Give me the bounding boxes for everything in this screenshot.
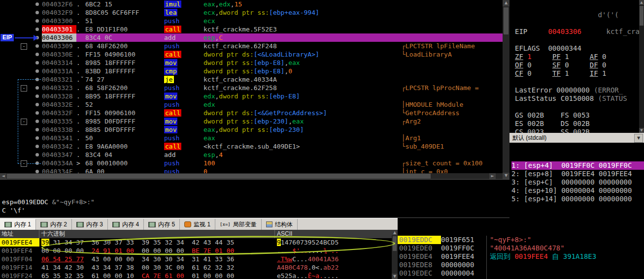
collapse-box[interactable]: - <box>21 119 27 125</box>
stack-row[interactable]: 0019EDEC00000004 <box>398 269 644 278</box>
tab-memory[interactable]: 内存 5 <box>144 219 180 230</box>
scroll-down-icon[interactable]: ▼ <box>392 274 398 279</box>
gutter-cell[interactable] <box>0 0 42 8</box>
tab-memory[interactable]: 内存 2 <box>36 219 72 230</box>
dump-row[interactable]: 0019FF0406 54 25 77 43 00 00 00 34 30 30… <box>0 255 392 263</box>
disasm-row[interactable]: 00403314.8985 18FFFFFFmovdword ptr ss:[e… <box>0 59 503 67</box>
scroll-thumb[interactable] <box>7 174 431 179</box>
disasm-row[interactable]: 00403347.83C4 04addesp,4 <box>0 151 503 159</box>
chevron-down-icon[interactable]: ▼ <box>634 134 643 143</box>
dump-row[interactable]: 0019FEE439 31 34 37 36 30 37 33 39 35 32… <box>0 238 392 247</box>
arguments-panel[interactable]: 1: [esp+4] 0019FF0C 0019FF0C2: [esp+8] 0… <box>509 143 644 218</box>
disasm-vertical-scrollbar[interactable]: ▲ ▼ <box>503 0 509 179</box>
arg-row[interactable]: 3: [esp+C] 00000000 00000000 <box>511 178 644 186</box>
breakpoint-dot[interactable] <box>35 44 39 48</box>
disasm-row[interactable]: 00403328.8B95 18FFFFFFmovedx,dword ptr s… <box>0 92 503 100</box>
collapse-box[interactable]: - <box>21 43 27 50</box>
disasm-row[interactable]: 00403335.8985 D0FDFFFFmovdword ptr ss:[e… <box>0 117 503 125</box>
breakpoint-dot[interactable] <box>35 170 39 173</box>
stack-row[interactable]: 0019EDDC0019F651"~qyF+8>:" <box>398 236 644 244</box>
disasm-horizontal-scrollbar[interactable]: ◄ ► <box>0 173 503 179</box>
dump-scrollbar[interactable]: ▲ ▼ <box>392 230 398 279</box>
dump-row[interactable]: 0019FF1441 34 42 30 43 34 37 38 00 30 3C… <box>0 263 392 272</box>
gutter-cell[interactable] <box>0 67 42 75</box>
breakpoint-dot[interactable] <box>35 2 39 6</box>
disasm-row[interactable]: 00403323.68 58F26200pushkctf_crackme.62F… <box>0 84 503 92</box>
disasm-row[interactable]: 00403309.68 48F26200pushkctf_crackme.62F… <box>0 42 503 50</box>
breakpoint-dot[interactable] <box>35 19 39 23</box>
scroll-thumb[interactable] <box>393 236 397 251</box>
dump-row[interactable]: 0019FF2465 35 32 35 61 00 00 10 CA 7E 61… <box>0 272 392 279</box>
disasm-row[interactable]: 0040333B.8B85 D0FDFFFFmoveax,dword ptr s… <box>0 125 503 134</box>
memory-dump-panel[interactable]: 地址 十六进制 ASCII 0019FEE439 31 34 37 36 30 … <box>0 230 392 279</box>
calling-convention-select[interactable]: 默认 (stdcall) ▼ <box>509 133 644 143</box>
stack-row[interactable]: 0019EDE00019FF0C"40041A36A4B0C478" <box>398 244 644 252</box>
scroll-right-icon[interactable]: ► <box>489 173 496 179</box>
breakpoint-dot[interactable] <box>35 53 39 56</box>
stack-row[interactable]: 0019EDE40019FEE4返回到 0019FEE4 自 391A18E3 <box>398 252 644 261</box>
stack-panel[interactable]: 0019EDDC0019F651"~qyF+8>:"0019EDE00019FF… <box>398 218 644 279</box>
arg-row[interactable]: 4: [esp+10] 00000004 00000000 <box>511 186 644 195</box>
registers-scrollbar[interactable]: ▲ ▼ <box>639 0 644 133</box>
disasm-row[interactable]: 0040332E.52pushedx│HMODULE hModule <box>0 100 503 109</box>
register-row[interactable]: CS 0023 SS 002B <box>515 128 644 133</box>
disasm-row[interactable]: 00403341.50pusheax│Arg1 <box>0 134 503 142</box>
scroll-up-icon[interactable]: ▲ <box>503 0 509 6</box>
gutter-cell[interactable] <box>0 167 42 173</box>
register-row[interactable]: OF 0 SF 0 DF 0 <box>515 61 644 69</box>
disasm-row[interactable]: 0040332F.FF15 00906100calldword ptr ds:[… <box>0 109 503 117</box>
arg-row[interactable]: 1: [esp+4] 0019FF0C 0019FF0C <box>511 161 644 170</box>
scroll-up-icon[interactable]: ▲ <box>639 0 644 5</box>
disassembly-panel[interactable]: 004032F6.6BC2 15imuleax,edx,15004032F9.8… <box>0 0 503 173</box>
tab-memory[interactable]: 内存 3 <box>72 219 108 230</box>
register-row[interactable] <box>515 36 644 44</box>
register-row[interactable]: GS 002B FS 0053 <box>515 111 644 120</box>
register-row[interactable] <box>515 78 644 86</box>
stack-row[interactable]: 0019EDE800000000 <box>398 261 644 269</box>
scroll-down-icon[interactable]: ▼ <box>639 128 644 133</box>
gutter-cell[interactable] <box>0 17 42 25</box>
register-row[interactable]: EIP 00403306 kctf_cra <box>515 28 644 36</box>
disasm-row[interactable]: 00403321.ˇ74 27jekctf_crackme.40334A <box>0 75 503 84</box>
breakpoint-dot[interactable] <box>35 61 39 64</box>
disasm-row[interactable]: 00403300.51pushecx <box>0 17 503 25</box>
collapse-box[interactable]: - <box>21 85 27 92</box>
gutter-cell[interactable] <box>0 50 42 59</box>
registers-panel[interactable]: d'('(EIP 00403306 kctf_craEFLAGS 0000034… <box>509 0 644 133</box>
arg-row[interactable]: 5: [esp+14] 00000000 00000000 <box>511 195 644 203</box>
breakpoint-dot[interactable] <box>35 28 39 31</box>
tab-memory[interactable]: 内存 4 <box>108 219 144 230</box>
breakpoint-dot[interactable] <box>35 11 39 14</box>
disasm-row[interactable]: 004032F6.6BC2 15imuleax,edx,15 <box>0 0 503 8</box>
scroll-left-icon[interactable]: ◄ <box>0 173 6 179</box>
scroll-down-icon[interactable]: ▼ <box>503 173 509 179</box>
gutter-cell[interactable] <box>0 25 42 33</box>
tab-watch[interactable]: 监视 1 <box>180 219 215 230</box>
register-row[interactable]: ES 002B DS 002B <box>515 120 644 128</box>
breakpoint-dot[interactable] <box>35 69 39 73</box>
disasm-row[interactable]: 004032F9.8D8C05 6CF6FFFleaecx,dword ptr … <box>0 8 503 17</box>
register-row[interactable]: EFLAGS 00000344 <box>515 44 644 53</box>
register-row[interactable]: LastStatus C0150008 (STATUS <box>515 94 644 103</box>
register-row[interactable]: ZF 1 PF 1 AF 0 <box>515 53 644 61</box>
tab-memory[interactable]: 内存 1 <box>0 219 36 230</box>
scroll-thumb[interactable] <box>504 7 508 34</box>
dump-row[interactable]: 0019FEF400 00 00 00 24 91 01 00 00 00 00… <box>0 247 392 255</box>
collapse-box[interactable]: - <box>21 160 27 167</box>
disasm-row[interactable]: 0040334F.6A 00push0│int c = 0x0 <box>0 167 503 173</box>
disasm-row[interactable]: 0040330E.FF15 04906100calldword ptr ds:[… <box>0 50 503 59</box>
register-row[interactable]: d'('( <box>515 11 644 19</box>
register-row[interactable]: CF 0 TF 1 IF 1 <box>515 69 644 78</box>
disasm-row[interactable]: 00403301.E8 DD1F1F00callkctf_crackme.5F5… <box>0 25 503 33</box>
register-row[interactable] <box>515 103 644 111</box>
disasm-row[interactable]: 0040330683C4 0Caddesp,C <box>0 33 503 42</box>
scroll-thumb[interactable] <box>640 6 644 26</box>
disasm-row[interactable]: 00403342.E8 9A6A0000call<kctf_crackme.su… <box>0 142 503 151</box>
tab-struct[interactable]: 结构体 <box>262 219 298 230</box>
register-row[interactable] <box>515 19 644 28</box>
arg-row[interactable]: 2: [esp+8] 0019FEE4 0019FEE4 <box>511 170 644 178</box>
gutter-cell[interactable] <box>0 8 42 17</box>
scroll-up-icon[interactable]: ▲ <box>392 230 398 235</box>
disasm-row[interactable]: 0040331A.83BD 18FFFFFFcmpdword ptr ss:[e… <box>0 67 503 75</box>
tab-locals[interactable]: [x=]局部变量 <box>215 219 262 230</box>
